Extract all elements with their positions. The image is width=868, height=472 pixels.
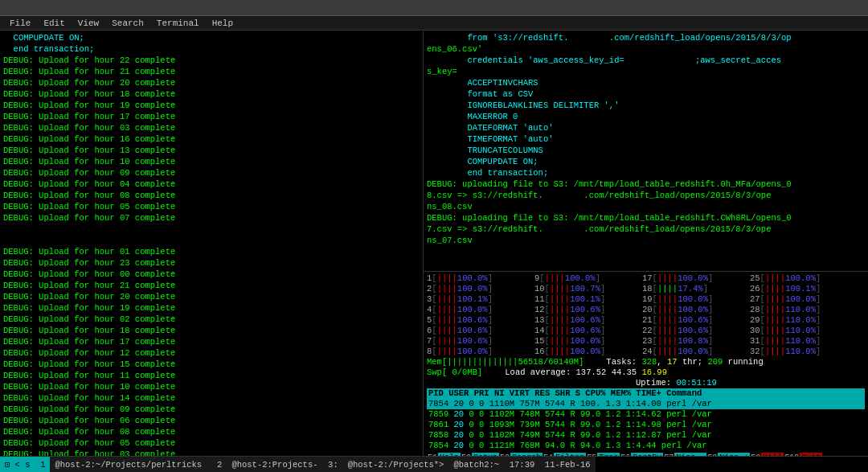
htop-content: 1[||||100.0%] 9[||||100.0%]17[||||100.0%… bbox=[427, 273, 865, 456]
status-seg-3[interactable]: @host-2:Projects- 3: bbox=[227, 457, 342, 472]
status-seg-1[interactable]: ⊡ < s 1 bbox=[0, 457, 50, 472]
status-seg-2[interactable]: @host-2:~/Projects/perltricks 2 bbox=[50, 457, 227, 472]
menu-search[interactable]: Search bbox=[105, 18, 150, 28]
htop-panel: 1[||||100.0%] 9[||||100.0%]17[||||100.0%… bbox=[424, 272, 868, 456]
right-terminal-panel: from 's3://redshift. .com/redshift_load/… bbox=[424, 31, 868, 456]
menu-help[interactable]: Help bbox=[206, 18, 240, 28]
status-seg-5[interactable]: @batch2:~ 17:39 11-Feb-16 bbox=[448, 457, 595, 472]
left-terminal-content: COMPUPDATE ON; end transaction; DEBUG: U… bbox=[3, 32, 420, 456]
status-bar: ⊡ < s 1 @host-2:~/Projects/perltricks 2 … bbox=[0, 456, 868, 472]
right-top-terminal: from 's3://redshift. .com/redshift_load/… bbox=[424, 31, 868, 272]
menu-bar: File Edit View Search Terminal Help bbox=[0, 16, 868, 31]
menu-edit[interactable]: Edit bbox=[37, 18, 71, 28]
status-seg-4[interactable]: @host-2:/Projects*> bbox=[343, 457, 449, 472]
menu-terminal[interactable]: Terminal bbox=[150, 18, 206, 28]
right-top-content: from 's3://redshift. .com/redshift_load/… bbox=[427, 32, 865, 246]
left-terminal-panel: COMPUPDATE ON; end transaction; DEBUG: U… bbox=[0, 31, 424, 456]
menu-file[interactable]: File bbox=[3, 18, 37, 28]
menu-view[interactable]: View bbox=[72, 18, 105, 28]
